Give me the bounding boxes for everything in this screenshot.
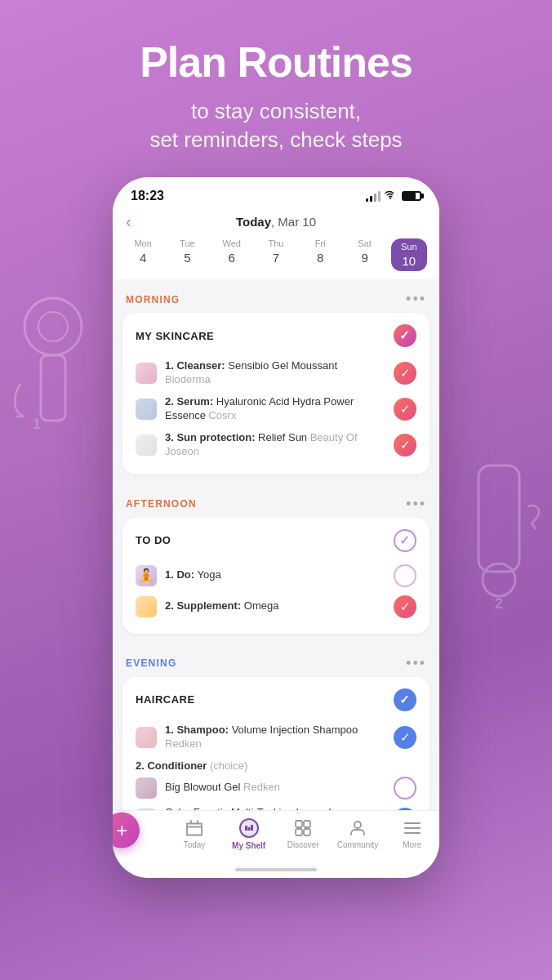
omega-check[interactable]: ✓ — [394, 595, 416, 618]
day-tue[interactable]: Tue 5 — [169, 238, 205, 271]
fab-button[interactable]: + — [113, 813, 140, 849]
more-icon — [403, 818, 422, 838]
svg-text:2: 2 — [495, 595, 503, 612]
omega-thumb — [136, 596, 157, 617]
back-arrow[interactable]: ‹ — [126, 212, 131, 231]
svg-point-5 — [483, 564, 515, 596]
day-thu[interactable]: Thu 7 — [258, 238, 294, 271]
bg-decor-right: 2 — [454, 457, 544, 621]
svg-rect-10 — [296, 821, 302, 827]
yoga-item: 🧘 1. Do: Yoga — [136, 560, 416, 591]
todo-card: TO DO ✓ 🧘 1. Do: Yoga 2. Supplement: Ome… — [122, 518, 430, 634]
cleanser-thumb — [136, 363, 157, 384]
date-label: Today, Mar 10 — [236, 215, 316, 229]
day-mon[interactable]: Mon 4 — [125, 238, 161, 271]
conditioner1-thumb — [136, 777, 157, 799]
conditioner1-check[interactable] — [394, 777, 416, 800]
home-bar — [235, 868, 317, 871]
svg-point-0 — [24, 298, 82, 355]
myshelf-nav-label: My Shelf — [232, 841, 265, 850]
yoga-check[interactable] — [394, 564, 416, 587]
svg-rect-12 — [296, 829, 302, 835]
page-title: Plan Routines — [140, 39, 412, 86]
shampoo-thumb — [136, 727, 157, 748]
bg-decor-left: 1 — [8, 278, 98, 441]
nav-today[interactable]: Today — [170, 818, 219, 849]
serum-item: 2. Serum: Hyaluronic Acid Hydra Power Es… — [136, 391, 416, 427]
nav-more[interactable]: More — [388, 818, 437, 849]
svg-rect-11 — [304, 821, 310, 827]
morning-section-header: MORNING ••• — [113, 279, 439, 313]
status-time: 18:23 — [131, 189, 164, 203]
sunprotection-item: 3. Sun protection: Relief Sun Beauty Of … — [136, 427, 416, 463]
wifi-icon — [385, 189, 398, 203]
day-sun[interactable]: Sun 10 — [391, 238, 427, 271]
conditioner-group: 2. Conditioner (choice) Big Blowout Gel … — [136, 755, 416, 811]
svg-point-7 — [390, 198, 391, 199]
serum-check[interactable]: ✓ — [394, 398, 416, 421]
cleanser-check[interactable]: ✓ — [394, 362, 416, 385]
date-nav: ‹ Today, Mar 10 — [113, 208, 439, 235]
skincare-card: MY SKINCARE ✓ 1. Cleanser: Sensibio Gel … — [122, 313, 430, 474]
nav-community[interactable]: Community — [333, 818, 382, 849]
svg-text:1: 1 — [33, 416, 41, 432]
evening-more[interactable]: ••• — [406, 655, 426, 672]
phone-mockup: 18:23 ‹ Today, M — [113, 177, 439, 878]
spf-check[interactable]: ✓ — [394, 434, 416, 457]
status-bar: 18:23 — [113, 177, 439, 208]
spf-thumb — [136, 434, 157, 456]
discover-icon — [293, 818, 313, 838]
yoga-thumb: 🧘 — [136, 565, 157, 586]
evening-label: EVENING — [126, 657, 176, 669]
evening-section-header: EVENING ••• — [113, 644, 439, 677]
community-icon — [348, 818, 367, 838]
community-nav-label: Community — [337, 840, 379, 849]
phone-content: MORNING ••• MY SKINCARE ✓ 1. Cleanser: S… — [113, 279, 439, 810]
day-fri[interactable]: Fri 8 — [302, 238, 338, 271]
day-sat[interactable]: Sat 9 — [347, 238, 383, 271]
today-icon — [185, 818, 204, 838]
home-indicator — [113, 862, 439, 878]
todo-check-all[interactable]: ✓ — [394, 529, 416, 552]
shelf-icon — [238, 817, 260, 839]
haircare-card-title: HAIRCARE ✓ — [136, 688, 416, 711]
page-subtitle: to stay consistent, set reminders, check… — [125, 97, 426, 154]
nav-myshelf[interactable]: My Shelf — [225, 817, 274, 850]
svg-rect-1 — [41, 355, 65, 421]
week-bar: Mon 4 Tue 5 Wed 6 Thu 7 Fri 8 Sat 9 Sun … — [113, 235, 439, 279]
morning-label: MORNING — [126, 294, 180, 305]
serum-thumb — [136, 399, 157, 420]
haircare-check-all[interactable]: ✓ — [394, 688, 416, 711]
svg-point-2 — [38, 312, 68, 341]
nav-discover[interactable]: Discover — [278, 818, 327, 849]
cleanser-item: 1. Cleanser: Sensibio Gel Moussant Biode… — [136, 355, 416, 391]
svg-rect-13 — [304, 829, 310, 835]
omega-item: 2. Supplement: Omega ✓ — [136, 591, 416, 622]
battery-icon — [402, 191, 421, 201]
shampoo-check[interactable]: ✓ — [394, 726, 416, 749]
signal-icon — [366, 190, 381, 202]
conditioner2-item: Color Fanatic Multi-Tasking Leave-In Con… — [136, 803, 416, 811]
skincare-card-title: MY SKINCARE ✓ — [136, 324, 416, 347]
skincare-check-all[interactable]: ✓ — [394, 324, 416, 347]
morning-more[interactable]: ••• — [406, 291, 426, 308]
day-wed[interactable]: Wed 6 — [214, 238, 250, 271]
svg-point-14 — [354, 822, 361, 828]
status-icons — [366, 189, 421, 203]
afternoon-more[interactable]: ••• — [406, 496, 426, 513]
more-nav-label: More — [403, 840, 421, 849]
bottom-nav: + Today My Shelf Discover — [113, 810, 439, 862]
shampoo-item: 1. Shampoo: Volume Injection Shampoo Red… — [136, 719, 416, 755]
afternoon-section-header: AFTERNOON ••• — [113, 484, 439, 518]
today-nav-label: Today — [184, 840, 206, 849]
discover-nav-label: Discover — [287, 840, 319, 849]
todo-card-title: TO DO ✓ — [136, 529, 416, 552]
haircare-card: HAIRCARE ✓ 1. Shampoo: Volume Injection … — [122, 677, 430, 811]
afternoon-label: AFTERNOON — [126, 498, 197, 510]
svg-rect-4 — [479, 466, 519, 572]
conditioner1-item: Big Blowout Gel Redken — [136, 773, 416, 803]
